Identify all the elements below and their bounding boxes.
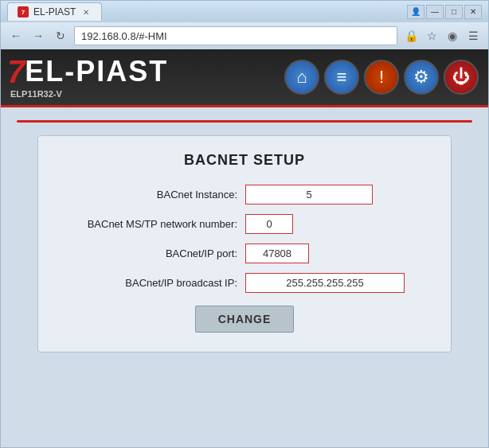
settings-button[interactable]: ⚙ <box>404 60 439 95</box>
logo-slash: 7 <box>7 56 25 88</box>
window-close-btn[interactable]: ✕ <box>464 5 482 19</box>
home-button[interactable]: ⌂ <box>284 60 319 95</box>
logo-area: 7 EL-PIAST ELP11R32-V <box>7 56 168 99</box>
bacnet-mstp-input[interactable] <box>245 214 293 234</box>
window-controls: 👤 — □ ✕ <box>407 5 482 19</box>
window-user-btn[interactable]: 👤 <box>407 5 424 19</box>
menu-icon[interactable]: ☰ <box>464 27 482 45</box>
lock-icon[interactable]: 🔒 <box>402 27 420 45</box>
address-bar[interactable] <box>74 26 397 45</box>
bacnet-broadcast-label: BACnet/IP broadcast IP: <box>62 277 237 289</box>
star-icon[interactable]: ☆ <box>423 27 440 45</box>
tab-close-btn[interactable]: ✕ <box>80 6 92 18</box>
bacnet-instance-input[interactable] <box>245 185 373 205</box>
browser-tab[interactable]: 7 EL-PIAST ✕ <box>7 2 102 21</box>
bacnet-instance-label: BACnet Instance: <box>62 189 237 201</box>
forward-button[interactable]: → <box>29 27 47 45</box>
bacnet-port-input[interactable] <box>245 243 309 263</box>
browser-toolbar: ← → ↻ 🔒 ☆ ◉ ☰ <box>0 22 489 49</box>
page-content: 7 EL-PIAST ELP11R32-V ⌂ ≡ ! ⚙ ⏻ BACNET S… <box>0 49 489 448</box>
bacnet-port-row: BACnet/IP port: <box>62 243 427 263</box>
window-maximize-btn[interactable]: □ <box>445 5 463 19</box>
deco-line <box>17 120 472 123</box>
bacnet-mstp-row: BACnet MS/TP network number: <box>62 214 427 234</box>
tab-favicon: 7 <box>18 6 29 18</box>
bacnet-instance-row: BACnet Instance: <box>62 185 427 205</box>
bacnet-port-label: BACnet/IP port: <box>62 247 237 259</box>
back-button[interactable]: ← <box>7 27 25 45</box>
tab-title: EL-PIAST <box>33 6 76 18</box>
power-button[interactable]: ⏻ <box>444 60 479 95</box>
logo-badge: ELP11R32-V <box>7 89 168 99</box>
bacnet-mstp-label: BACnet MS/TP network number: <box>62 218 237 230</box>
change-button[interactable]: CHANGE <box>195 306 295 333</box>
window-minimize-btn[interactable]: — <box>426 5 444 19</box>
bacnet-broadcast-row: BACnet/IP broadcast IP: <box>62 273 427 293</box>
menu-button[interactable]: ≡ <box>324 60 359 95</box>
app-header: 7 EL-PIAST ELP11R32-V ⌂ ≡ ! ⚙ ⏻ <box>1 49 488 107</box>
alert-button[interactable]: ! <box>364 60 399 95</box>
browser-action-icons: 🔒 ☆ ◉ ☰ <box>402 27 482 45</box>
window-titlebar: 7 EL-PIAST ✕ 👤 — □ ✕ <box>0 0 489 22</box>
refresh-button[interactable]: ↻ <box>52 27 69 45</box>
header-icons: ⌂ ≡ ! ⚙ ⏻ <box>284 60 479 95</box>
logo-text: 7 EL-PIAST <box>7 56 168 88</box>
globe-icon[interactable]: ◉ <box>444 27 461 45</box>
bacnet-broadcast-input[interactable] <box>245 273 405 293</box>
bacnet-form: BACNET SETUP BACnet Instance: BACnet MS/… <box>37 135 452 353</box>
form-title: BACNET SETUP <box>62 152 427 169</box>
logo-name: EL-PIAST <box>25 57 168 86</box>
main-content: BACNET SETUP BACnet Instance: BACnet MS/… <box>1 107 488 447</box>
